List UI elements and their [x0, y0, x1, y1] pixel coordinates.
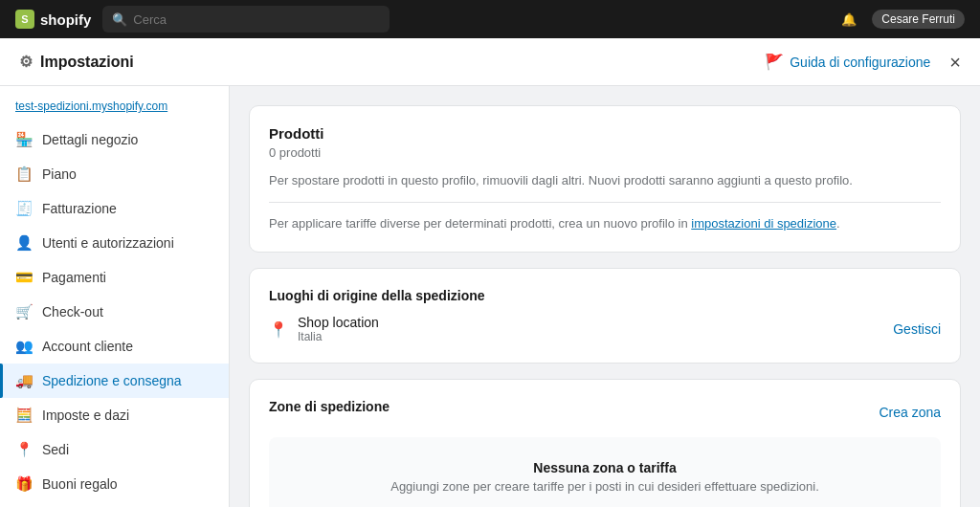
app-bar-right: 🔔 Cesare Ferruti [841, 10, 965, 29]
location-info: Shop location Italia [298, 315, 379, 343]
prodotti-link-text: Per applicare tariffe diverse per determ… [269, 214, 941, 233]
account-icon: 👥 [15, 338, 33, 355]
sidebar-item-checkout[interactable]: 🛒 Check-out [0, 295, 229, 329]
location-name: Shop location [298, 315, 379, 330]
gestisci-link[interactable]: Gestisci [893, 321, 941, 337]
checkout-icon: 🛒 [15, 303, 33, 320]
empty-zone-box: Nessuna zona o tariffa Aggiungi zone per… [269, 437, 941, 507]
modal-header: ⚙ Impostazioni 🚩 Guida di configurazione… [0, 38, 980, 86]
plan-icon: 📋 [15, 165, 33, 183]
gift-icon: 🎁 [15, 475, 33, 493]
modal-title: Impostazioni [40, 54, 134, 71]
zone-section-title: Zone di spedizione [269, 399, 390, 414]
shopify-icon: S [15, 10, 34, 29]
prodotti-subtitle: 0 prodotti [269, 145, 941, 160]
location-country: Italia [298, 330, 379, 343]
sidebar-item-spedizione[interactable]: 🚚 Spedizione e consegna [0, 364, 229, 398]
settings-gear-icon: ⚙ [19, 53, 33, 71]
modal-overlay: ⚙ Impostazioni 🚩 Guida di configurazione… [0, 38, 980, 507]
sidebar-item-utenti[interactable]: 👤 Utenti e autorizzazioni [0, 226, 229, 260]
sidebar-item-dettagli[interactable]: 🏪 Dettagli negozio [0, 122, 229, 157]
store-icon: 🏪 [15, 131, 33, 148]
notification-icon[interactable]: 🔔 [841, 12, 857, 27]
shipping-icon: 🚚 [15, 372, 33, 389]
zone-card: Zone di spedizione Crea zona Nessuna zon… [249, 379, 961, 507]
modal-title-group: ⚙ Impostazioni [19, 53, 134, 71]
search-icon: 🔍 [112, 12, 127, 27]
luoghi-card: Luoghi di origine della spedizione 📍 Sho… [249, 268, 961, 364]
app-logo: S shopify [15, 10, 91, 29]
crea-zona-link[interactable]: Crea zona [879, 405, 941, 420]
payments-icon: 💳 [15, 269, 33, 286]
prodotti-title: Prodotti [269, 125, 941, 142]
main-content: Prodotti 0 prodotti Per spostare prodott… [230, 86, 980, 507]
sidebar-item-fatturazione[interactable]: 🧾 Fatturazione [0, 191, 229, 226]
modal-header-actions: 🚩 Guida di configurazione × [765, 53, 961, 72]
luoghi-section-title: Luoghi di origine della spedizione [269, 288, 941, 303]
empty-zone-title: Nessuna zona o tariffa [292, 460, 918, 475]
app-bar: S shopify 🔍 Cerca 🔔 Cesare Ferruti [0, 0, 980, 38]
store-url[interactable]: test-spedizioni.myshopify.com [0, 94, 229, 122]
settings-modal: ⚙ Impostazioni 🚩 Guida di configurazione… [0, 38, 980, 507]
sidebar-item-account[interactable]: 👥 Account cliente [0, 329, 229, 364]
prodotti-card: Prodotti 0 prodotti Per spostare prodott… [249, 105, 961, 253]
sidebar-item-sedi[interactable]: 📍 Sedi [0, 432, 229, 467]
modal-body: test-spedizioni.myshopify.com 🏪 Dettagli… [0, 86, 980, 507]
location-row: 📍 Shop location Italia Gestisci [269, 315, 941, 343]
sidebar-item-piano[interactable]: 📋 Piano [0, 157, 229, 191]
sidebar-item-mercati[interactable]: 🌐 Mercati [0, 501, 229, 507]
sidebar-item-pagamenti[interactable]: 💳 Pagamenti [0, 260, 229, 295]
billing-icon: 🧾 [15, 200, 33, 217]
spedizione-link[interactable]: impostazioni di spedizione [691, 216, 836, 231]
sidebar-item-buoni[interactable]: 🎁 Buoni regalo [0, 467, 229, 501]
zone-header-row: Zone di spedizione Crea zona [269, 399, 941, 426]
users-icon: 👤 [15, 234, 33, 252]
prodotti-desc: Per spostare prodotti in questo profilo,… [269, 171, 941, 190]
sidebar-item-imposte[interactable]: 🧮 Imposte e dazi [0, 398, 229, 432]
empty-zone-desc: Aggiungi zone per creare tariffe per i p… [292, 479, 918, 494]
guida-link[interactable]: 🚩 Guida di configurazione [765, 53, 930, 71]
pin-icon: 📍 [269, 320, 288, 339]
card-divider [269, 202, 941, 203]
tax-icon: 🧮 [15, 407, 33, 424]
close-button[interactable]: × [949, 53, 961, 72]
user-avatar[interactable]: Cesare Ferruti [872, 10, 965, 29]
flag-icon: 🚩 [765, 53, 784, 71]
location-icon: 📍 [15, 441, 33, 458]
sidebar: test-spedizioni.myshopify.com 🏪 Dettagli… [0, 86, 230, 507]
search-bar[interactable]: 🔍 Cerca [102, 6, 390, 33]
